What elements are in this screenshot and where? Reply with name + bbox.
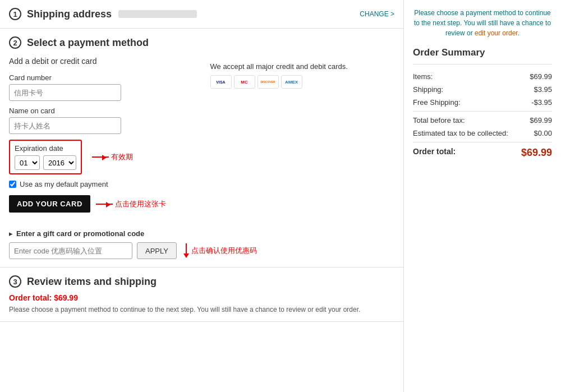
payment-section: 2 Select a payment method Add a debit or… bbox=[0, 29, 403, 268]
tax-value: $0.00 bbox=[534, 129, 552, 137]
review-order-total: Order total: $69.99 bbox=[9, 293, 394, 302]
card-number-label: Card number bbox=[9, 73, 194, 82]
expiry-box: Expiration date 01020304 05060708 091011… bbox=[9, 140, 82, 174]
review-total-label: Order total: bbox=[9, 293, 52, 302]
order-row-shipping: Shipping: $3.95 bbox=[413, 85, 552, 94]
shipping-section: 1 Shipping address CHANGE > bbox=[0, 0, 403, 29]
card-logos: VISA MC DISCOVER AMEX bbox=[210, 75, 395, 89]
add-card-button[interactable]: ADD YOUR CARD bbox=[9, 195, 90, 213]
add-card-annotation: 点击使用这张卡 bbox=[96, 199, 166, 209]
payment-title: Select a payment method bbox=[27, 37, 149, 49]
order-summary-title: Order Summary bbox=[413, 47, 552, 64]
order-row-items: Items: $69.99 bbox=[413, 72, 552, 81]
gift-toggle-icon: ▸ bbox=[9, 229, 13, 238]
sidebar-notice: Please choose a payment method to contin… bbox=[413, 8, 552, 38]
add-card-arrow-icon bbox=[96, 204, 113, 205]
apply-button[interactable]: APPLY bbox=[137, 242, 177, 259]
amex-logo: AMEX bbox=[281, 75, 302, 89]
before-tax-label: Total before tax: bbox=[413, 116, 465, 124]
name-on-card-group: Name on card bbox=[9, 107, 194, 134]
card-number-input[interactable] bbox=[9, 84, 121, 101]
apply-arrow-icon bbox=[183, 243, 189, 258]
apply-annotation-text: 点击确认使用优惠码 bbox=[191, 246, 257, 256]
visa-logo: VISA bbox=[210, 75, 232, 89]
shipping-address-blurred bbox=[118, 10, 197, 18]
order-row-tax: Estimated tax to be collected: $0.00 bbox=[413, 129, 552, 137]
shipping-value: $3.95 bbox=[534, 85, 552, 94]
before-tax-value: $69.99 bbox=[530, 116, 552, 124]
review-note: Please choose a payment method to contin… bbox=[9, 306, 394, 313]
expiry-annotation: 有效期 bbox=[92, 152, 133, 162]
step-1-number: 1 bbox=[9, 8, 21, 20]
step-2-number: 2 bbox=[9, 36, 21, 49]
order-row-before-tax: Total before tax: $69.99 bbox=[413, 111, 552, 124]
add-card-subtitle: Add a debit or credit card bbox=[9, 57, 194, 66]
default-payment-group: Use as my default payment bbox=[9, 180, 194, 188]
expiry-year-select[interactable]: 2016201720182019 2020202120222023 bbox=[43, 155, 76, 170]
add-card-annotation-text: 点击使用这张卡 bbox=[115, 199, 166, 209]
total-value: $69.99 bbox=[521, 147, 552, 159]
default-payment-checkbox[interactable] bbox=[9, 181, 16, 188]
gift-card-label: Enter a gift card or promotional code bbox=[16, 229, 144, 238]
step-3-number: 3 bbox=[9, 275, 21, 288]
payment-right-panel: We accept all major credit and debit car… bbox=[210, 57, 395, 213]
default-payment-label: Use as my default payment bbox=[20, 180, 108, 188]
free-shipping-label: Free Shipping: bbox=[413, 98, 461, 107]
expiry-group: Expiration date 01020304 05060708 091011… bbox=[9, 140, 194, 174]
expiry-arrow-icon bbox=[92, 156, 109, 158]
change-shipping-link[interactable]: CHANGE > bbox=[360, 10, 394, 18]
items-value: $69.99 bbox=[530, 72, 552, 81]
shipping-label: Shipping: bbox=[413, 85, 443, 94]
card-number-group: Card number bbox=[9, 73, 194, 101]
review-total-value: $69.99 bbox=[54, 293, 78, 302]
free-shipping-value: -$3.95 bbox=[531, 98, 552, 107]
shipping-title: Shipping address bbox=[27, 8, 112, 20]
accept-text: We accept all major credit and debit car… bbox=[210, 62, 395, 71]
name-on-card-label: Name on card bbox=[9, 107, 194, 115]
mastercard-logo: MC bbox=[234, 75, 255, 89]
tax-label: Estimated tax to be collected: bbox=[413, 129, 508, 137]
items-label: Items: bbox=[413, 72, 433, 81]
expiry-month-select[interactable]: 01020304 05060708 09101112 bbox=[15, 155, 40, 170]
name-on-card-input[interactable] bbox=[9, 117, 121, 134]
review-section: 3 Review items and shipping Order total:… bbox=[0, 268, 403, 322]
order-row-free-shipping: Free Shipping: -$3.95 bbox=[413, 98, 552, 107]
edit-order-link[interactable]: edit your order bbox=[475, 29, 518, 37]
gift-card-section: ▸ Enter a gift card or promotional code … bbox=[9, 229, 394, 259]
apply-annotation: 点击确认使用优惠码 bbox=[183, 243, 257, 258]
discover-logo: DISCOVER bbox=[257, 75, 279, 89]
add-card-row: ADD YOUR CARD 点击使用这张卡 bbox=[9, 195, 194, 213]
gift-code-input[interactable] bbox=[9, 242, 132, 259]
expiry-annotation-text: 有效期 bbox=[111, 152, 133, 162]
gift-input-row: APPLY 点击确认使用优惠码 bbox=[9, 242, 394, 259]
review-title: Review items and shipping bbox=[27, 276, 157, 288]
expiry-label: Expiration date bbox=[15, 144, 76, 153]
total-label: Order total: bbox=[413, 147, 456, 159]
order-row-total: Order total: $69.99 bbox=[413, 142, 552, 159]
sidebar: Please choose a payment method to contin… bbox=[404, 0, 561, 392]
